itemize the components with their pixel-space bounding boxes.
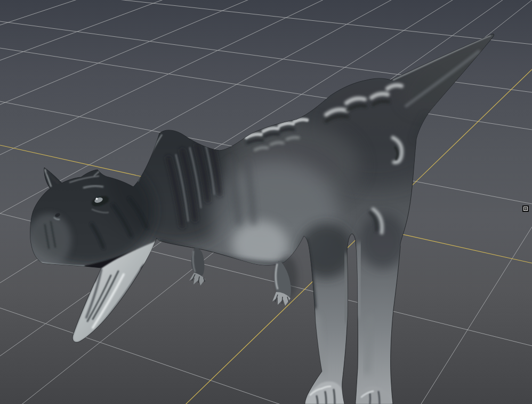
- grid-line: [0, 0, 532, 44]
- grid-line: [0, 0, 532, 25]
- eye-glint: [96, 198, 98, 200]
- grid-line: [0, 0, 532, 60]
- dinosaur-model[interactable]: [21, 25, 514, 404]
- scene-svg: [0, 0, 532, 404]
- viewport-3d[interactable]: [0, 0, 532, 404]
- component-handle-center: [524, 207, 527, 210]
- chest-highlight: [232, 221, 288, 268]
- component-handle[interactable]: [522, 205, 529, 212]
- near-arm: [189, 248, 205, 286]
